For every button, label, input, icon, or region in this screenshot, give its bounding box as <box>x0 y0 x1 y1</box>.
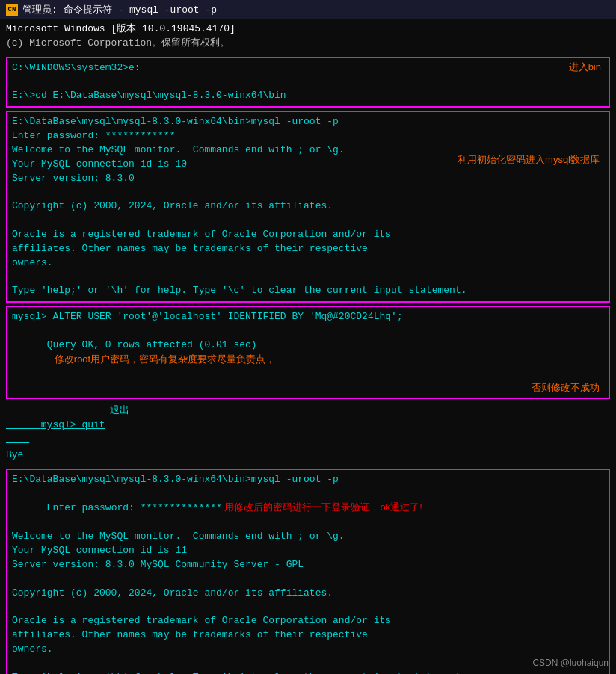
box4-line3: Welcome to the MySQL monitor. Commands e… <box>12 530 604 544</box>
box2-line11: owners. <box>12 256 604 270</box>
box2-line10: affiliates. Other names may be trademark… <box>12 242 604 256</box>
box4-line8 <box>12 600 604 614</box>
box1-annotation: 进入bin <box>569 61 601 74</box>
box3-line1: mysql> ALTER USER 'root'@'localhost' IDE… <box>12 310 604 324</box>
title-icon: CN <box>6 4 18 16</box>
box4-line2: Enter password: ************** 用修改后的密码进行… <box>12 487 604 531</box>
box4-line1: E:\DataBase\mysql\mysql-8.3.0-winx64\bin… <box>12 473 604 487</box>
box3-line2: Query OK, 0 rows affected (0.01 sec) 修改r… <box>12 324 604 381</box>
box2-line5: Server version: 8.3.0 <box>12 172 604 186</box>
box3-inline-annotation: 修改root用户密码，密码有复杂度要求尽量负责点， <box>55 353 275 365</box>
box4-line2-annotation: 用修改后的密码进行一下登录验证，ok通过了! <box>222 501 422 513</box>
box2-line13: Type 'help;' or '\h' for help. Type '\c'… <box>12 284 604 298</box>
box4-line4: Your MySQL connection id is 11 <box>12 544 604 558</box>
quit-section: mysql> quit 退出 <box>6 402 610 448</box>
box4-line5: Server version: 8.3.0 MySQL Community Se… <box>12 558 604 572</box>
watermark: CSDN @luohaiqun <box>532 658 609 668</box>
box4-line6 <box>12 572 604 587</box>
header-line2: (c) Microsoft Corporation。保留所有权利。 <box>6 37 610 51</box>
box-section-3: mysql> ALTER USER 'root'@'localhost' IDE… <box>6 306 610 399</box>
box4-line11: owners. <box>12 643 604 657</box>
box3-annotation2: 否则修改不成功 <box>12 381 604 395</box>
box4-line10: affiliates. Other names may be trademark… <box>12 628 604 643</box>
box-section-2: E:\DataBase\mysql\mysql-8.3.0-winx64\bin… <box>6 111 610 303</box>
box2-line7: Copyright (c) 2000, 2024, Oracle and/or … <box>12 200 604 214</box>
box2-annotation: 利用初始化密码进入mysql数据库 <box>458 153 600 167</box>
box4-line12 <box>12 657 604 671</box>
terminal-body: Microsoft Windows [版本 10.0.19045.4170] (… <box>0 19 616 674</box>
box2-line2: Enter password: ************ <box>12 129 604 143</box>
box2-line6 <box>12 185 604 200</box>
box1-line1: C:\WINDOWS\system32>e: <box>12 61 534 75</box>
box2-line9: Oracle is a registered trademark of Orac… <box>12 228 604 242</box>
quit-label: 退出 <box>110 404 129 417</box>
box4-line7: Copyright (c) 2000, 2024, Oracle and/or … <box>12 587 604 601</box>
box1-line2 <box>12 75 534 90</box>
box2-line1: E:\DataBase\mysql\mysql-8.3.0-winx64\bin… <box>12 115 604 129</box>
box-section-1: C:\WINDOWS\system32>e: E:\>cd E:\DataBas… <box>6 57 610 108</box>
header-section: Microsoft Windows [版本 10.0.19045.4170] (… <box>6 22 610 51</box>
box4-line13: Type 'help;' or '\h' for help. Type '\c'… <box>12 671 604 674</box>
box-section-4: E:\DataBase\mysql\mysql-8.3.0-winx64\bin… <box>6 469 610 674</box>
box4-line9: Oracle is a registered trademark of Orac… <box>12 614 604 628</box>
box1-line3: E:\>cd E:\DataBase\mysql\mysql-8.3.0-win… <box>12 89 534 103</box>
box4-line2-pre: Enter password: ************** <box>47 502 222 513</box>
title-bar: CN 管理员: 命令提示符 - mysql -uroot -p <box>0 0 616 19</box>
box2-line8 <box>12 214 604 228</box>
header-line1: Microsoft Windows [版本 10.0.19045.4170] <box>6 22 610 37</box>
bye-line: Bye <box>6 448 610 463</box>
quit-cmd: mysql> quit <box>6 404 105 447</box>
title-text: 管理员: 命令提示符 - mysql -uroot -p <box>22 3 217 16</box>
box2-line12 <box>12 270 604 285</box>
